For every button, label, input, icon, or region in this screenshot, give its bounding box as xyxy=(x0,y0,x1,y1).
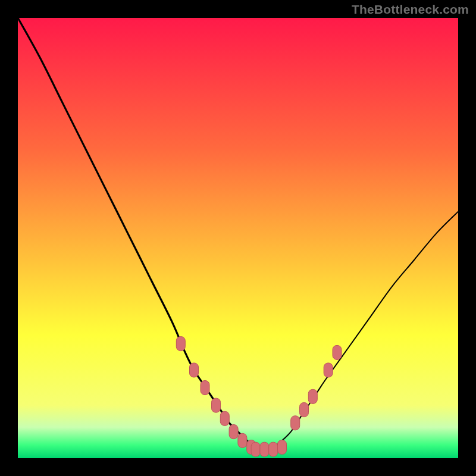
data-marker xyxy=(220,411,229,425)
chart-stage: TheBottleneck.com xyxy=(0,0,476,476)
data-marker xyxy=(308,389,317,403)
data-markers xyxy=(176,337,342,457)
data-marker xyxy=(278,440,287,455)
data-marker xyxy=(333,345,342,359)
data-marker xyxy=(324,363,333,377)
data-marker xyxy=(201,381,209,395)
chart-curves xyxy=(18,18,458,458)
data-marker xyxy=(238,433,247,447)
watermark-text: TheBottleneck.com xyxy=(352,2,469,17)
plot-area xyxy=(18,18,458,458)
data-marker xyxy=(291,416,300,430)
curve-right-branch xyxy=(264,212,458,450)
data-marker xyxy=(176,337,185,351)
data-marker xyxy=(229,425,238,439)
data-marker xyxy=(251,442,260,456)
curve-left-branch xyxy=(18,18,264,449)
data-marker xyxy=(190,363,199,377)
data-marker xyxy=(300,403,309,417)
data-marker xyxy=(269,442,278,456)
data-marker xyxy=(260,442,269,456)
data-marker xyxy=(212,398,221,412)
